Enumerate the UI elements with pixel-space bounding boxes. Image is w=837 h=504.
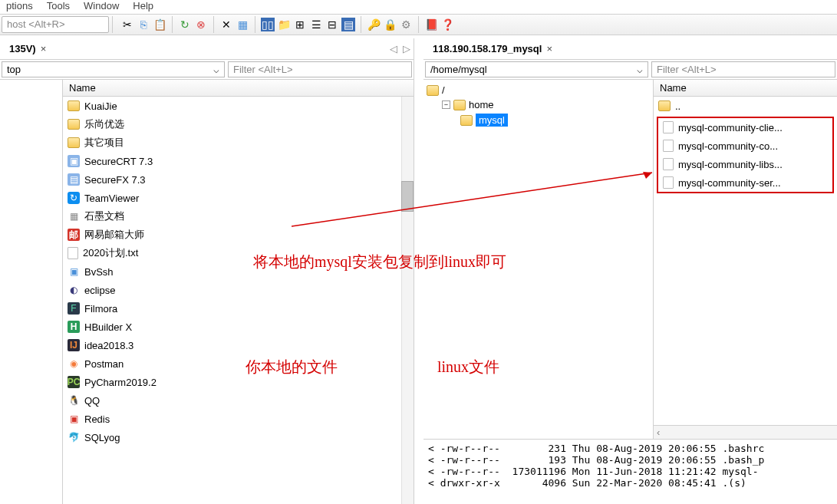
list-item[interactable]: .. <box>654 97 837 115</box>
scrollbar-thumb[interactable] <box>401 181 414 212</box>
local-filter-input[interactable]: Filter <Alt+L> <box>228 61 412 77</box>
view3-icon[interactable]: ⊟ <box>325 18 339 31</box>
file-icon <box>663 121 674 133</box>
host-input[interactable]: host <Alt+R> <box>2 16 109 33</box>
book-icon[interactable]: 📕 <box>424 18 438 31</box>
props-icon[interactable]: ▦ <box>236 18 249 31</box>
local-path-input[interactable]: top⌵ <box>2 61 225 77</box>
close-icon[interactable]: × <box>546 43 552 54</box>
list-item[interactable]: ▤SecureFX 7.3 <box>63 170 414 189</box>
paste-icon[interactable]: 📋 <box>153 18 166 31</box>
list-item[interactable]: 🐧QQ <box>63 391 414 410</box>
toolbar: host <Alt+R> ✂ ⎘ 📋 ↻ ⊗ ✕ ▦ ▯▯ 📁 ⊞ ☰ ⊟ ▤ … <box>0 14 837 35</box>
list-item[interactable]: KuaiJie <box>63 97 414 115</box>
local-tree[interactable] <box>0 80 63 504</box>
copy-icon[interactable]: ⎘ <box>137 18 150 31</box>
file-icon <box>663 158 674 170</box>
delete-icon[interactable]: ✕ <box>219 18 233 31</box>
close-icon[interactable]: × <box>41 43 47 54</box>
folder-icon <box>453 100 466 110</box>
list-item[interactable]: mysql-community-libs... <box>658 155 832 173</box>
folder-icon <box>427 85 439 96</box>
highlight-box: mysql-community-clie... mysql-community-… <box>657 117 834 193</box>
list-item[interactable]: 其它项目 <box>63 133 414 152</box>
tree-node-mysql[interactable]: mysql <box>476 114 508 127</box>
newfolder-icon[interactable]: 📁 <box>277 18 291 31</box>
remote-name-header[interactable]: Name <box>654 80 837 97</box>
folder-icon <box>658 100 671 111</box>
collapse-icon[interactable]: − <box>442 100 450 109</box>
local-file-list[interactable]: KuaiJie乐尚优选其它项目▣SecureCRT 7.3▤SecureFX 7… <box>63 97 414 504</box>
lock-icon[interactable]: 🔒 <box>383 18 397 31</box>
menu-help[interactable]: Help <box>133 0 153 12</box>
transfer-log[interactable]: < -rw-r--r-- 231 Thu 08-Aug-2019 20:06:5… <box>423 439 837 504</box>
list-item[interactable]: 2020计划.txt <box>63 244 414 262</box>
key-icon[interactable]: 🔑 <box>367 18 381 31</box>
tab-nav-arrows[interactable]: ◁ ▷ <box>390 43 410 54</box>
menu-tools[interactable]: Tools <box>47 0 70 12</box>
view4-icon[interactable]: ▤ <box>341 18 355 31</box>
refresh-icon[interactable]: ↻ <box>178 18 192 31</box>
list-item[interactable]: mysql-community-ser... <box>658 173 832 192</box>
horizontal-scrollbar[interactable]: ‹ <box>654 425 837 439</box>
list-item[interactable]: ▣BvSsh <box>63 262 414 281</box>
help-icon[interactable]: ❓ <box>440 18 454 31</box>
remote-path-input[interactable]: /home/mysql⌵ <box>425 61 648 77</box>
list-item[interactable]: ▣SecureCRT 7.3 <box>63 152 414 170</box>
menu-bar: ptions Tools Window Help <box>0 0 837 14</box>
list-item[interactable]: 邮网易邮箱大师 <box>63 226 414 244</box>
list-item[interactable]: mysql-community-co... <box>658 137 832 155</box>
scrollbar-track[interactable] <box>401 97 414 504</box>
list-item[interactable]: ▣Redis <box>63 410 414 428</box>
layout1-icon[interactable]: ▯▯ <box>261 18 275 31</box>
local-tab[interactable]: 135V) × <box>3 40 52 58</box>
folder-icon <box>460 115 473 126</box>
gear-icon[interactable]: ⚙ <box>399 18 413 31</box>
view2-icon[interactable]: ☰ <box>309 18 323 31</box>
local-name-header[interactable]: Name <box>63 80 414 97</box>
file-icon <box>663 140 674 152</box>
list-item[interactable]: 乐尚优选 <box>63 115 414 133</box>
chevron-down-icon[interactable]: ⌵ <box>213 64 219 75</box>
list-item[interactable]: PCPyCharm2019.2 <box>63 373 414 391</box>
list-item[interactable]: HHBuilder X <box>63 318 414 336</box>
local-panel: 135V) × ◁ ▷ top⌵ Filter <Alt+L> Name Kua… <box>0 38 414 504</box>
list-item[interactable]: FFilmora <box>63 299 414 318</box>
list-item[interactable]: 🐬SQLyog <box>63 428 414 446</box>
remote-file-list[interactable]: .. mysql-community-clie... mysql-communi… <box>654 97 837 425</box>
remote-filter-input[interactable]: Filter <Alt+L> <box>651 61 835 77</box>
menu-window[interactable]: Window <box>84 0 119 12</box>
list-item[interactable]: ▦石墨文档 <box>63 207 414 226</box>
list-item[interactable]: ◉Postman <box>63 354 414 373</box>
menu-options[interactable]: ptions <box>6 0 33 12</box>
remote-panel: 118.190.158.179_mysql × /home/mysql⌵ Fil… <box>423 38 837 504</box>
remote-tree[interactable]: / −home mysql <box>423 80 654 439</box>
file-icon <box>663 176 674 189</box>
list-item[interactable]: ◐eclipse <box>63 281 414 299</box>
chevron-down-icon[interactable]: ⌵ <box>637 64 643 75</box>
list-item[interactable]: mysql-community-clie... <box>658 118 832 137</box>
remote-tab[interactable]: 118.190.158.179_mysql × <box>427 40 559 58</box>
list-item[interactable]: IJidea2018.3 <box>63 336 414 354</box>
cut-icon[interactable]: ✂ <box>120 18 134 31</box>
toolbar-icons: ✂ ⎘ 📋 ↻ ⊗ ✕ ▦ ▯▯ 📁 ⊞ ☰ ⊟ ▤ 🔑 🔒 ⚙ 📕 ❓ <box>116 16 454 33</box>
view1-icon[interactable]: ⊞ <box>293 18 307 31</box>
stop-icon[interactable]: ⊗ <box>194 18 208 31</box>
list-item[interactable]: ↻TeamViewer <box>63 189 414 207</box>
